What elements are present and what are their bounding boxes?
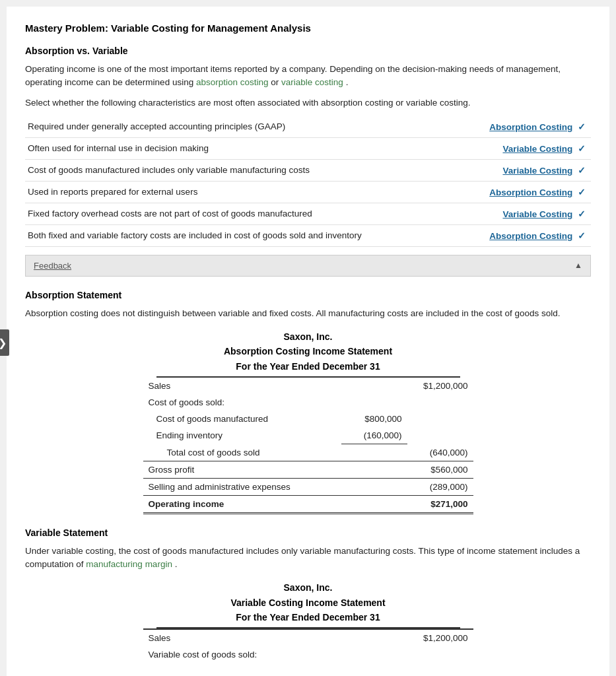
characteristic-answer-4: Variable Costing ✓ (458, 203, 591, 224)
characteristic-answer-1: Variable Costing ✓ (458, 137, 591, 159)
section3-title: Variable Statement (25, 527, 591, 538)
variable-company-name: Saxon, Inc. (25, 580, 591, 595)
absorption-costing-link[interactable]: absorption costing (196, 77, 269, 87)
abs-sales-total: $1,200,000 (407, 378, 473, 394)
characteristic-row-5: Both fixed and variable factory costs ar… (25, 224, 591, 246)
absorption-period: For the Year Ended December 31 (25, 359, 591, 374)
characteristic-answer-2: Variable Costing ✓ (458, 159, 591, 181)
abs-selling-row: Selling and administrative expenses (289… (143, 478, 473, 495)
abs-ending-inv-row: Ending inventory (160,000) (143, 427, 473, 444)
characteristic-row-2: Cost of goods manufactured includes only… (25, 159, 591, 181)
manufacturing-margin-link[interactable]: manufacturing margin (86, 559, 172, 569)
feedback-link[interactable]: Feedback (34, 261, 71, 271)
characteristic-row-0: Required under generally accepted accoun… (25, 116, 591, 138)
abs-sales-amount (341, 378, 407, 394)
abs-total-cogs-label: Total cost of goods sold (143, 444, 341, 461)
section1-title: Absorption vs. Variable (25, 46, 591, 56)
characteristic-desc-2: Cost of goods manufactured includes only… (25, 159, 458, 181)
abs-operating-total: $271,000 (407, 495, 473, 513)
characteristic-desc-0: Required under generally accepted accoun… (25, 116, 458, 138)
abs-ending-inv-amount: (160,000) (341, 427, 407, 444)
absorption-statement-title: Absorption Costing Income Statement (25, 344, 591, 358)
variable-statement-header: Saxon, Inc. Variable Costing Income Stat… (25, 580, 591, 628)
variable-statement-title: Variable Costing Income Statement (25, 595, 591, 610)
characteristic-desc-5: Both fixed and variable factory costs ar… (25, 224, 458, 246)
abs-total-cogs-row: Total cost of goods sold (640,000) (143, 444, 473, 461)
feedback-bar: Feedback ▲ (25, 255, 591, 277)
abs-operating-label: Operating income (143, 495, 341, 513)
variable-income-table: Sales $1,200,000 Variable cost of goods … (143, 628, 473, 663)
characteristic-row-3: Used in reports prepared for external us… (25, 181, 591, 203)
abs-cogm-label: Cost of goods manufactured (143, 411, 341, 427)
abs-selling-label: Selling and administrative expenses (143, 478, 341, 495)
absorption-statement-header: Saxon, Inc. Absorption Costing Income St… (25, 329, 591, 378)
characteristic-row-4: Fixed factory overhead costs are not par… (25, 203, 591, 224)
abs-ending-inv-label: Ending inventory (143, 427, 341, 444)
abs-cogm-amount: $800,000 (341, 411, 407, 427)
characteristic-desc-3: Used in reports prepared for external us… (25, 181, 458, 203)
page-title: Mastery Problem: Variable Costing for Ma… (25, 22, 591, 34)
var-sales-total: $1,200,000 (407, 629, 473, 646)
feedback-arrow-icon: ▲ (574, 261, 582, 270)
absorption-income-table: Sales $1,200,000 Cost of goods sold: Cos… (143, 378, 473, 514)
var-cogs-header-row: Variable cost of goods sold: (143, 646, 473, 663)
section2-title: Absorption Statement (25, 290, 591, 300)
abs-sales-row: Sales $1,200,000 (143, 378, 473, 394)
abs-cogs-header-row: Cost of goods sold: (143, 394, 473, 411)
var-sales-label: Sales (143, 629, 341, 646)
nav-arrow[interactable]: ❯ (0, 329, 9, 356)
variable-statement-section: Variable Statement Under variable costin… (25, 527, 591, 663)
variable-period: For the Year Ended December 31 (25, 610, 591, 625)
section2-para1: Absorption costing does not distinguish … (25, 307, 591, 320)
abs-gross-profit-label: Gross profit (143, 461, 341, 478)
variable-costing-link[interactable]: variable costing (281, 77, 343, 87)
characteristics-table: Required under generally accepted accoun… (25, 116, 591, 247)
abs-gross-profit-row: Gross profit $560,000 (143, 461, 473, 478)
abs-gross-profit-total: $560,000 (407, 461, 473, 478)
abs-cogm-row: Cost of goods manufactured $800,000 (143, 411, 473, 427)
page-container: ❯ Mastery Problem: Variable Costing for … (7, 7, 609, 676)
characteristic-answer-3: Absorption Costing ✓ (458, 181, 591, 203)
abs-sales-label: Sales (143, 378, 341, 394)
characteristic-desc-4: Fixed factory overhead costs are not par… (25, 203, 458, 224)
absorption-company-name: Saxon, Inc. (25, 329, 591, 344)
section3-para1: Under variable costing, the cost of good… (25, 545, 591, 572)
abs-selling-total: (289,000) (407, 478, 473, 495)
var-sales-row: Sales $1,200,000 (143, 629, 473, 646)
characteristic-row-1: Often used for internal use in decision … (25, 137, 591, 159)
abs-total-cogs-total: (640,000) (407, 444, 473, 461)
characteristic-answer-0: Absorption Costing ✓ (458, 116, 591, 138)
section1-para2: Select whether the following characteris… (25, 96, 591, 110)
abs-operating-row: Operating income $271,000 (143, 495, 473, 513)
characteristic-desc-1: Often used for internal use in decision … (25, 137, 458, 159)
abs-cogs-header: Cost of goods sold: (143, 394, 341, 411)
characteristic-answer-5: Absorption Costing ✓ (458, 224, 591, 246)
var-cogs-header: Variable cost of goods sold: (143, 646, 341, 663)
section1-para1: Operating income is one of the most impo… (25, 63, 591, 90)
